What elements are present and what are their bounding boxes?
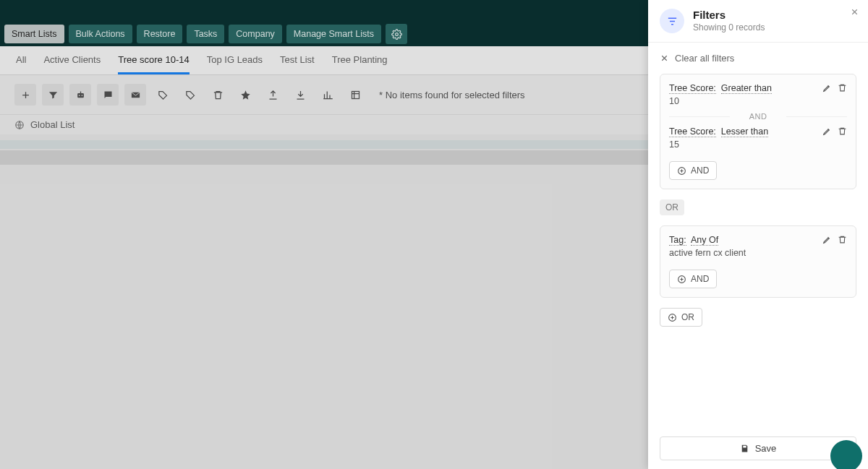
plus-circle-icon <box>668 313 677 322</box>
pencil-icon <box>822 83 832 92</box>
cond1-field: Tree Score: <box>669 83 716 94</box>
svg-rect-1 <box>77 93 84 98</box>
cond1-value: 10 <box>669 96 847 106</box>
cond3-value: active fern cx client <box>669 248 847 258</box>
add-tag-button[interactable] <box>152 84 174 106</box>
bot-button[interactable] <box>69 84 91 106</box>
frame-icon <box>350 90 361 100</box>
subtab-test-list[interactable]: Test List <box>280 47 315 74</box>
nav-smart-lists[interactable]: Smart Lists <box>4 25 64 43</box>
subtab-tree-planting[interactable]: Tree Planting <box>332 47 388 74</box>
nav-settings-button[interactable] <box>386 24 407 44</box>
cond3-edit-button[interactable] <box>822 235 832 246</box>
cond2-delete-button[interactable] <box>838 126 847 138</box>
cond3-op: Any Of <box>691 235 718 246</box>
cond1-edit-button[interactable] <box>822 83 832 95</box>
global-list-label: Global List <box>30 119 75 130</box>
chart-icon <box>323 90 333 100</box>
star-button[interactable] <box>234 84 256 106</box>
tag-icon <box>185 90 196 100</box>
subtab-all[interactable]: All <box>16 47 26 74</box>
add-and-button-1[interactable]: AND <box>669 161 717 180</box>
filter-condition-1[interactable]: Tree Score: Greater than 10 <box>669 83 847 106</box>
delete-button[interactable] <box>207 84 229 106</box>
export-button[interactable] <box>262 84 284 106</box>
tag-plus-icon <box>158 90 169 100</box>
clear-all-filters[interactable]: Clear all filters <box>660 53 856 64</box>
panel-title: Filters <box>693 9 765 21</box>
star-icon <box>240 90 251 100</box>
filter-condition-2[interactable]: Tree Score: Lesser than 15 <box>669 126 847 150</box>
svg-rect-4 <box>352 91 359 98</box>
close-panel-button[interactable] <box>850 7 859 19</box>
nav-manage-smart-lists[interactable]: Manage Smart Lists <box>286 25 381 43</box>
clear-all-label: Clear all filters <box>675 53 734 64</box>
panel-subtitle: Showing 0 records <box>693 22 765 33</box>
cond2-value: 15 <box>669 139 847 150</box>
globe-icon <box>14 120 25 130</box>
cond3-field: Tag: <box>669 235 686 246</box>
cond1-op: Greater than <box>721 83 772 94</box>
sms-button[interactable] <box>97 84 119 106</box>
chat-icon <box>103 90 114 100</box>
plus-circle-icon <box>677 275 686 284</box>
nav-restore[interactable]: Restore <box>137 25 183 43</box>
pencil-icon <box>822 235 832 244</box>
trash-icon <box>213 90 224 100</box>
nav-tasks[interactable]: Tasks <box>187 25 224 43</box>
mail-icon <box>130 90 141 100</box>
chat-fab[interactable] <box>830 440 862 469</box>
email-button[interactable] <box>124 84 146 106</box>
trash-icon <box>838 83 847 92</box>
import-button[interactable] <box>289 84 311 106</box>
or-separator: OR <box>660 199 684 215</box>
add-or-label: OR <box>681 312 694 322</box>
svg-point-0 <box>395 33 398 35</box>
panel-header: Filters Showing 0 records <box>648 0 868 43</box>
funnel-icon <box>48 90 59 100</box>
add-and-label: AND <box>691 165 709 176</box>
add-button[interactable] <box>14 84 36 106</box>
filter-button[interactable] <box>42 84 64 106</box>
subtab-tree-score[interactable]: Tree score 10-14 <box>118 47 190 74</box>
svg-point-3 <box>81 95 82 96</box>
save-icon <box>740 444 749 453</box>
add-and-label-2: AND <box>691 274 709 284</box>
save-label: Save <box>755 443 777 454</box>
add-and-button-2[interactable]: AND <box>669 270 717 288</box>
robot-icon <box>75 90 86 100</box>
no-items-text: * No items found for selected filters <box>379 90 525 100</box>
add-or-button[interactable]: OR <box>660 308 702 327</box>
download-icon <box>295 90 306 100</box>
trash-icon <box>838 126 847 136</box>
trash-icon <box>838 235 847 244</box>
close-icon <box>850 7 859 17</box>
filter-group-1: Tree Score: Greater than 10 AND Tree Sco… <box>660 74 856 189</box>
cond2-op: Lesser than <box>721 126 768 137</box>
svg-point-2 <box>78 95 80 96</box>
cond2-edit-button[interactable] <box>822 126 832 138</box>
cond3-delete-button[interactable] <box>838 235 847 246</box>
cond1-delete-button[interactable] <box>838 83 847 95</box>
plus-circle-icon <box>677 166 686 176</box>
and-separator: AND <box>669 112 847 121</box>
filter-icon-badge <box>660 9 684 33</box>
nav-bulk-actions[interactable]: Bulk Actions <box>69 25 132 43</box>
x-icon <box>660 53 669 63</box>
frame-button[interactable] <box>344 84 366 106</box>
nav-company[interactable]: Company <box>229 25 282 43</box>
filters-panel: Filters Showing 0 records Clear all filt… <box>648 0 868 469</box>
panel-body: Clear all filters Tree Score: Greater th… <box>648 43 868 428</box>
plus-icon <box>20 90 31 100</box>
filter-condition-3[interactable]: Tag: Any Of active fern cx client <box>669 235 847 258</box>
filter-lines-icon <box>666 15 678 27</box>
pencil-icon <box>822 126 832 136</box>
save-button[interactable]: Save <box>660 436 856 460</box>
subtab-top-ig-leads[interactable]: Top IG Leads <box>207 47 263 74</box>
cond2-field: Tree Score: <box>669 126 716 137</box>
chart-button[interactable] <box>317 84 339 106</box>
subtab-active-clients[interactable]: Active Clients <box>43 47 101 74</box>
remove-tag-button[interactable] <box>179 84 201 106</box>
gear-icon <box>391 29 402 40</box>
filter-group-2: Tag: Any Of active fern cx client AND <box>660 225 856 298</box>
